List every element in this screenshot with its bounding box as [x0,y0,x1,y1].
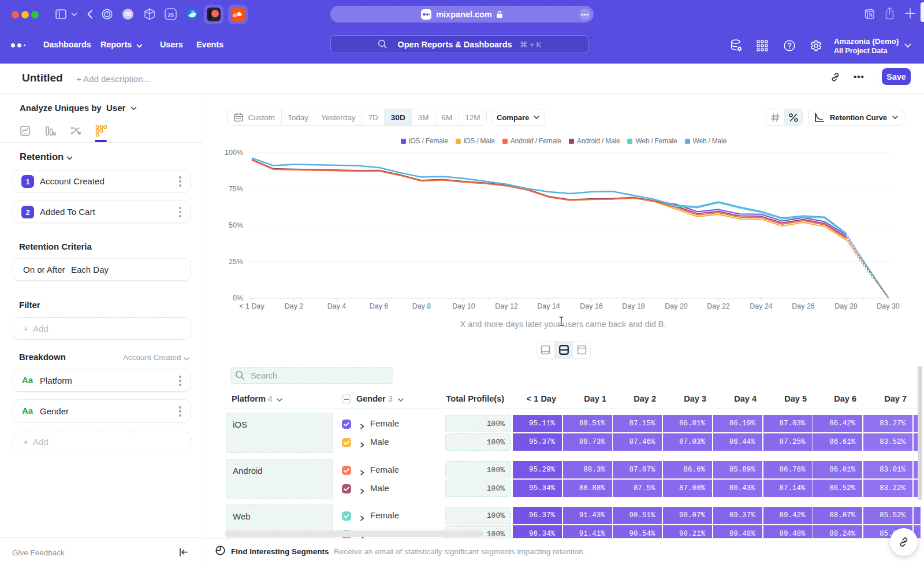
svg-text:Day 8: Day 8 [412,302,431,310]
svg-text:Day 20: Day 20 [665,302,688,310]
svg-text:Day 26: Day 26 [792,302,815,310]
svg-text:Day 30: Day 30 [877,302,900,310]
svg-text:50%: 50% [229,221,243,229]
svg-text:Day 24: Day 24 [750,302,773,310]
svg-text:100%: 100% [225,149,243,157]
svg-text:Day 12: Day 12 [495,302,518,310]
svg-text:75%: 75% [229,185,243,193]
svg-text:Day 28: Day 28 [834,302,858,310]
svg-text:Day 6: Day 6 [370,302,389,310]
svg-text:0%: 0% [233,294,243,302]
svg-text:25%: 25% [229,258,243,266]
svg-text:Day 14: Day 14 [537,302,560,310]
svg-text:Day 2: Day 2 [285,302,304,310]
svg-text:Day 4: Day 4 [327,302,346,310]
svg-text:Day 18: Day 18 [622,302,645,310]
svg-text:< 1 Day: < 1 Day [239,302,264,310]
svg-text:Day 16: Day 16 [580,302,603,310]
svg-text:Day 10: Day 10 [452,302,475,310]
svg-text:Day 22: Day 22 [707,302,730,310]
